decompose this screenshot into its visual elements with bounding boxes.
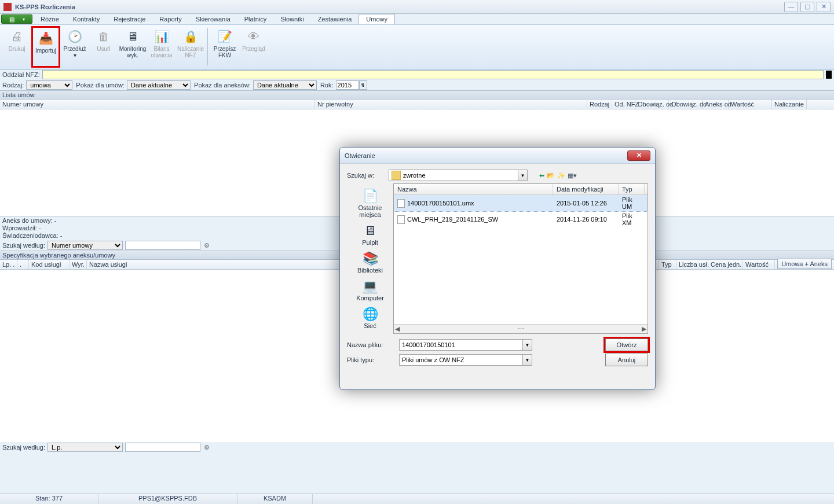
ribbon-toolbar: 🖨Drukuj📥Importuj🕑Przedłuż▾🗑Usuń🖥Monitori… [0, 24, 834, 69]
filetype-label: Pliki typu: [347, 356, 399, 363]
ribbon-naliczanie-nfz: 🔒Naliczanie NFZ [176, 26, 205, 68]
dialog-places-nav: 📄Ostatnie miejsca🖥Pulpit📚Biblioteki💻Komp… [347, 183, 393, 334]
titlebar: KS-PPS Rozliczenia — ▢ ✕ [0, 0, 834, 14]
menu-kontrakty[interactable]: Kontrakty [66, 14, 107, 24]
menu-raporty[interactable]: Raporty [152, 14, 189, 24]
filelist-col[interactable]: Nazwa [394, 184, 553, 194]
grid2-col[interactable]: . [17, 260, 29, 269]
view-menu-icon[interactable]: ▦▾ [568, 172, 577, 179]
grid1-col[interactable]: Obowiąz. do [669, 100, 703, 109]
chevron-down-icon[interactable]: ▼ [523, 354, 532, 366]
search1-field-select[interactable]: Numer umowy [47, 241, 123, 250]
places-komputer[interactable]: 💻Komputer [356, 278, 384, 301]
ribbon-importuj[interactable]: 📥Importuj [31, 26, 60, 68]
filelist-col[interactable]: Typ [619, 184, 645, 194]
lookin-row: Szukaj w: zwrotne ▼ ⬅ 📂 ✨ ▦▾ [347, 170, 648, 181]
maximize-button[interactable]: ▢ [800, 2, 814, 12]
ribbon-monitoring-wyk-[interactable]: 🖥Monitoring wyk. [118, 26, 147, 68]
pokaz-umow-select[interactable]: Dane aktualne [127, 80, 191, 90]
file-icon [397, 199, 405, 208]
dialog-close-button[interactable]: ✕ [627, 150, 650, 161]
horizontal-scrollbar[interactable]: ◀⋯▶ [394, 324, 648, 333]
places-pulpit[interactable]: 🖥Pulpit [361, 223, 379, 246]
filter-oddzial-row: Oddział NFZ: [0, 69, 834, 80]
file-menu-button[interactable]: ▤ [1, 14, 32, 24]
file-list-body[interactable]: 140001700150101.umx2015-01-05 12:26Plik … [394, 195, 648, 324]
filename-combo[interactable]: ▼ [399, 339, 532, 351]
menu-zestawienia[interactable]: Zestawienia [311, 14, 359, 24]
close-window-button[interactable]: ✕ [817, 2, 831, 12]
grid1-col[interactable]: Rodzaj [587, 100, 612, 109]
grid1-col[interactable]: Numer umowy [0, 100, 315, 109]
umowa-aneks-button[interactable]: Umowa + Aneks [777, 259, 832, 269]
filetype-combo[interactable]: Pliki umów z OW NFZ ▼ [399, 354, 532, 366]
ribbon-przed-u-[interactable]: 🕑Przedłuż▾ [60, 26, 89, 68]
minimize-button[interactable]: — [784, 2, 798, 12]
file-row[interactable]: CWL_PRH_219_20141126_SW2014-11-26 09:10P… [394, 211, 648, 227]
places-biblioteki[interactable]: 📚Biblioteki [357, 251, 383, 274]
grid2-col[interactable]: Wyr. [70, 260, 87, 269]
chevron-down-icon[interactable]: ▼ [518, 170, 528, 181]
filename-input[interactable] [399, 339, 523, 351]
grid2-col[interactable]: Wartość [743, 260, 775, 269]
chevron-down-icon[interactable]: ▼ [523, 339, 532, 351]
pokaz-aneks-select[interactable]: Dane aktualne [253, 80, 317, 90]
menubar: ▤ RóżneKontraktyRejestracjeRaportySkiero… [0, 14, 834, 24]
gear-icon-2[interactable]: ⚙ [204, 444, 210, 451]
grid2-col[interactable]: Kod usługi [29, 260, 70, 269]
app-title: KS-PPS Rozliczenia [15, 3, 75, 10]
up-folder-icon[interactable]: 📂 [547, 172, 555, 179]
meta-aneks: Aneks do umowy: - [2, 217, 57, 225]
oddzial-input[interactable] [42, 70, 824, 79]
menu-skierowania[interactable]: Skierowania [189, 14, 237, 24]
filelist-col[interactable]: Data modyfikacji [553, 184, 619, 194]
grid2-col[interactable]: Lp. . [0, 260, 17, 269]
search2-field-select[interactable]: L.p. [47, 443, 123, 452]
rok-spinner-icon[interactable]: ⇅ [359, 80, 367, 90]
menu-płatnicy[interactable]: Płatnicy [237, 14, 274, 24]
menu-rejestracje[interactable]: Rejestracje [107, 14, 152, 24]
open-button[interactable]: Otwórz [605, 339, 648, 351]
grid1-header: Numer umowyNr pierwotnyRodzajOd. NFZObow… [0, 100, 834, 109]
grid1-col[interactable]: Aneks od [703, 100, 729, 109]
search2-label: Szukaj według: [2, 444, 45, 451]
lookin-label: Szukaj w: [347, 172, 389, 179]
grid1-col[interactable]: Nr pierwotny [315, 100, 587, 109]
rok-input[interactable] [336, 80, 359, 90]
grid1-col[interactable]: Naliczanie [772, 100, 807, 109]
file-row[interactable]: 140001700150101.umx2015-01-05 12:26Plik … [394, 195, 648, 211]
grid2-col[interactable]: Cena jedn. [708, 260, 743, 269]
ribbon-przepisz-fkw[interactable]: 📝Przepisz FKW [210, 26, 239, 68]
file-list-header: NazwaData modyfikacjiTyp [394, 184, 648, 195]
ribbon-bilans-otwarcia: 📊Bilans otwarcia [147, 26, 176, 68]
folder-icon [392, 171, 401, 180]
gear-icon[interactable]: ⚙ [204, 242, 210, 249]
grid1-col[interactable]: Od. NFZ [612, 100, 635, 109]
back-icon[interactable]: ⬅ [539, 172, 544, 179]
rodzaj-select[interactable]: umowa [26, 80, 72, 90]
ribbon-usu-: 🗑Usuń [89, 26, 118, 68]
app-icon [3, 3, 12, 11]
grid1-col[interactable]: Wartość [729, 100, 772, 109]
lookin-combo[interactable]: zwrotne ▼ [389, 170, 528, 181]
grid2-col[interactable]: Typ [659, 260, 676, 269]
grid1-col[interactable]: Obowiąz. od [635, 100, 669, 109]
menu-słowniki[interactable]: Słowniki [273, 14, 310, 24]
oddzial-label: Oddział NFZ: [2, 71, 40, 78]
file-list: NazwaData modyfikacjiTyp 140001700150101… [393, 183, 648, 334]
status-stan: Stan: 377 [0, 494, 98, 504]
ribbon-drukuj: 🖨Drukuj [2, 26, 31, 68]
places-sieć[interactable]: 🌐Sieć [361, 306, 379, 329]
new-folder-icon[interactable]: ✨ [557, 172, 565, 179]
search1-input[interactable] [125, 241, 200, 250]
menu-umowy[interactable]: Umowy [359, 14, 395, 24]
places-ostatnie-miejsca[interactable]: 📄Ostatnie miejsca [347, 188, 393, 218]
menu-różne[interactable]: Różne [34, 14, 66, 24]
rodzaj-label: Rodzaj: [2, 82, 24, 89]
status-bar: Stan: 377 PPS1@KSPPS.FDB KSADM [0, 494, 834, 504]
status-user: KSADM [237, 494, 313, 504]
cancel-button[interactable]: Anuluj [605, 354, 648, 366]
search2-input[interactable] [125, 443, 200, 452]
oddzial-lookup-icon[interactable] [826, 71, 832, 79]
grid2-col[interactable]: Liczba usł. [676, 260, 708, 269]
